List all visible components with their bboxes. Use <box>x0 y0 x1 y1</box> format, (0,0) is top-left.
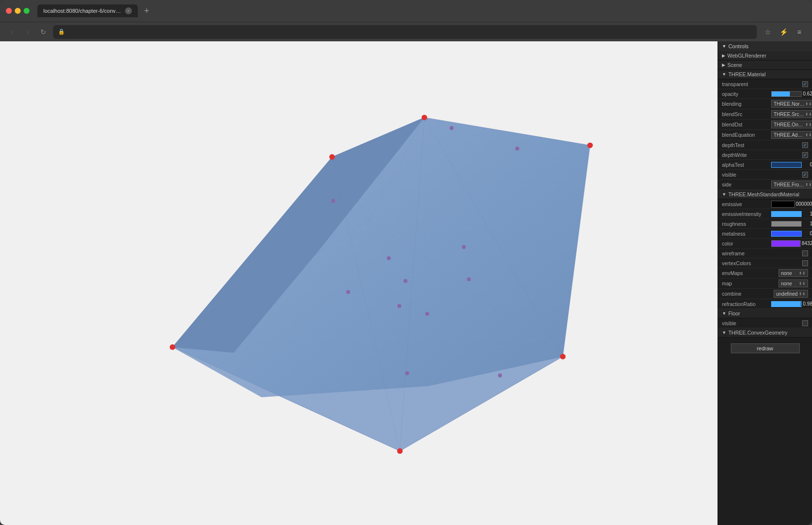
back-button[interactable]: ‹ <box>6 26 18 38</box>
blendequation-dropdown[interactable]: THREE.AddEquatio ⬆⬇ <box>771 131 812 139</box>
address-bar[interactable]: 🔒 localhost:8080/chapter-6/convex-geomet… <box>53 25 757 39</box>
mesh-standard-arrow <box>722 192 726 197</box>
emissiveintensity-slider-container[interactable]: 1 <box>771 211 812 217</box>
alphatest-row: alphaTest 0 <box>718 160 812 170</box>
tab-title: localhost:8080/chapter-6/convex-g… <box>43 8 122 14</box>
three-material-header[interactable]: THREE.Material <box>718 70 812 79</box>
roughness-slider[interactable] <box>771 221 802 227</box>
menu-button[interactable]: ≡ <box>792 25 806 39</box>
redraw-container: redraw <box>718 338 812 359</box>
convex-geometry-arrow <box>722 330 726 335</box>
svg-point-30 <box>467 278 471 281</box>
vertexcolors-row: vertexColors <box>718 258 812 268</box>
redraw-button[interactable]: redraw <box>731 343 800 353</box>
blendsrc-label: blendSrc <box>722 111 771 117</box>
blendsrc-dropdown[interactable]: THREE.SrcAlphaFac ⬆⬇ <box>771 110 812 118</box>
envmaps-dropdown[interactable]: none ⬆⬇ <box>779 269 808 277</box>
floor-header[interactable]: Floor <box>718 309 812 318</box>
emissive-color-swatch[interactable] <box>771 201 795 208</box>
transparent-checkbox[interactable] <box>802 81 808 87</box>
three-material-arrow <box>722 72 726 77</box>
alphatest-value: 0 <box>771 162 812 168</box>
map-label: map <box>722 280 771 286</box>
color-row: color 8432ff <box>718 239 812 248</box>
close-button[interactable] <box>6 8 12 14</box>
webgl-renderer-label: WebGLRenderer <box>727 53 766 59</box>
visible-checkbox[interactable] <box>802 172 808 178</box>
depthtest-checkbox[interactable] <box>802 142 808 148</box>
alphatest-slider[interactable] <box>771 162 802 168</box>
new-tab-button[interactable]: + <box>141 5 153 17</box>
active-tab[interactable]: localhost:8080/chapter-6/convex-g… × <box>37 4 138 17</box>
webgl-renderer-header[interactable]: WebGLRenderer <box>718 51 812 61</box>
metalness-number: 0 <box>803 231 812 236</box>
title-bar: localhost:8080/chapter-6/convex-g… × + <box>0 0 812 22</box>
forward-icon: › <box>27 28 29 36</box>
bookmark-button[interactable]: ☆ <box>761 25 775 39</box>
blending-label: blending <box>722 101 771 107</box>
controls-arrow <box>722 44 726 49</box>
refresh-button[interactable]: ↻ <box>37 26 49 38</box>
extensions-button[interactable]: ⚡ <box>777 25 790 39</box>
mesh-standard-header[interactable]: THREE.MeshStandardMaterial <box>718 190 812 199</box>
side-dropdown[interactable]: THREE.FrontSide ⬆⬇ <box>771 181 812 188</box>
color-swatch[interactable] <box>771 240 801 247</box>
blenddst-dropdown-text: THREE.OneMinusSr <box>774 122 805 127</box>
refresh-icon: ↻ <box>40 28 46 36</box>
blenddst-dropdown-arrow: ⬆⬇ <box>805 123 812 127</box>
opacity-slider-container[interactable]: 0.62 <box>771 91 812 97</box>
blending-row: blending THREE.NormalBlen ⬆⬇ <box>718 99 812 109</box>
maximize-button[interactable] <box>24 8 30 14</box>
tab-bar: localhost:8080/chapter-6/convex-g… × + <box>37 4 806 17</box>
blending-dropdown[interactable]: THREE.NormalBlen ⬆⬇ <box>771 100 812 108</box>
roughness-slider-container[interactable]: 1 <box>771 221 812 227</box>
opacity-number: 0.62 <box>803 91 812 96</box>
url-input[interactable]: localhost:8080/chapter-6/convex-geometry… <box>68 29 752 35</box>
bookmark-icon: ☆ <box>765 28 771 36</box>
envmaps-label: envMaps <box>722 270 771 276</box>
emissive-value: 000000 <box>771 201 812 208</box>
refractionratio-slider[interactable] <box>771 301 802 307</box>
wireframe-label: wireframe <box>722 250 771 256</box>
floor-visible-checkbox[interactable] <box>802 320 808 326</box>
svg-point-25 <box>331 199 335 203</box>
emissiveintensity-slider-fill <box>772 212 801 216</box>
vertexcolors-label: vertexColors <box>722 260 771 266</box>
blendequation-dropdown-text: THREE.AddEquatio <box>774 132 805 138</box>
svg-point-33 <box>405 371 409 375</box>
roughness-label: roughness <box>722 221 771 227</box>
tab-close-button[interactable]: × <box>125 7 132 14</box>
vertexcolors-checkbox[interactable] <box>802 260 808 266</box>
metalness-slider-container[interactable]: 0 <box>771 231 812 237</box>
blenddst-dropdown[interactable]: THREE.OneMinusSr ⬆⬇ <box>771 121 812 128</box>
refractionratio-slider-container[interactable]: 0.98 <box>771 301 812 307</box>
emissive-row: emissive 000000 <box>718 199 812 209</box>
svg-point-26 <box>387 256 391 260</box>
svg-point-17 <box>422 115 427 120</box>
convex-geometry-header[interactable]: THREE.ConvexGeometry <box>718 328 812 338</box>
svg-point-29 <box>404 279 407 283</box>
map-dropdown[interactable]: none ⬆⬇ <box>779 279 808 287</box>
svg-point-18 <box>587 143 593 148</box>
toolbar-actions: ☆ ⚡ ≡ <box>761 25 806 39</box>
forward-button[interactable]: › <box>22 26 33 38</box>
floor-visible-value <box>771 320 808 326</box>
opacity-slider[interactable] <box>771 91 802 97</box>
traffic-lights <box>6 8 30 14</box>
blenddst-row: blendDst THREE.OneMinusSr ⬆⬇ <box>718 120 812 130</box>
controls-header[interactable]: Controls <box>718 41 812 51</box>
alphatest-slider-container[interactable]: 0 <box>771 162 812 168</box>
scene-header[interactable]: Scene <box>718 61 812 70</box>
metalness-slider[interactable] <box>771 231 802 237</box>
depthwrite-checkbox[interactable] <box>802 152 808 158</box>
scene-arrow <box>722 62 725 67</box>
combine-dropdown[interactable]: undefined ⬆⬇ <box>774 290 808 298</box>
combine-dropdown-arrow: ⬆⬇ <box>799 292 806 296</box>
envmaps-dropdown-arrow: ⬆⬇ <box>799 271 806 276</box>
emissiveintensity-slider[interactable] <box>771 211 802 217</box>
wireframe-checkbox[interactable] <box>802 250 808 256</box>
wireframe-row: wireframe <box>718 248 812 258</box>
refractionratio-row: refractionRatio 0.98 <box>718 299 812 309</box>
minimize-button[interactable] <box>15 8 21 14</box>
blending-value: THREE.NormalBlen ⬆⬇ <box>771 100 812 108</box>
